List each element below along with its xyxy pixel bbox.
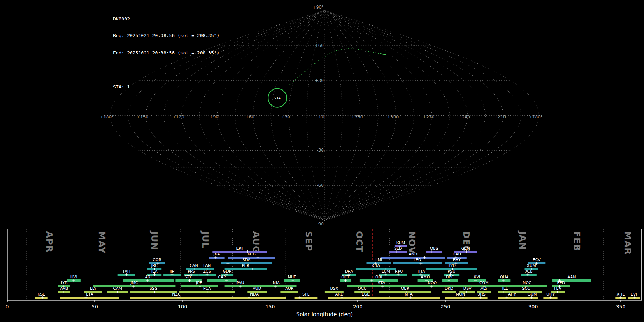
shower-label-ETA: ETA <box>86 292 93 297</box>
shower-label-EVI: EVI <box>631 292 637 297</box>
shower-label-ELY: ELY <box>90 286 97 291</box>
month-label-FEB: FEB <box>572 231 582 251</box>
shower-bar-ERI <box>212 251 267 253</box>
shower-bar-AHY <box>498 297 526 299</box>
shower-label-JMC: JMC <box>130 280 138 285</box>
shower-bar-OBS <box>426 251 442 253</box>
shower-bar-NZC <box>130 297 223 299</box>
lon-label: +270 <box>423 114 434 119</box>
shower-label-HVI: HVI <box>70 275 77 279</box>
shower-label-STA: STA <box>378 280 385 285</box>
lon-label: +120 <box>172 114 184 119</box>
shower-label-COR: COR <box>153 258 161 262</box>
shower-label-KSE: KSE <box>38 292 45 297</box>
shower-label-JPE: JPE <box>196 280 202 285</box>
shower-label-PER: PER <box>242 263 250 268</box>
lon-label: +180° <box>100 114 114 119</box>
shower-label-LYR: LYR <box>61 280 68 285</box>
lon-label: +0 <box>318 114 325 119</box>
shower-label-ALY: ALY <box>480 286 487 291</box>
shower-label-NDA: NDA <box>250 292 259 297</box>
shower-label-LEO: LEO <box>414 258 421 262</box>
shower-label-DSV: DSV <box>463 286 472 291</box>
shower-label-FED: FED <box>557 280 565 285</box>
shower-label-EGE: EGE <box>362 292 370 297</box>
shower-label-SLD: SLD <box>394 246 402 251</box>
month-label-JAN: JAN <box>517 230 528 250</box>
shower-label-ERI: ERI <box>236 246 243 251</box>
shower-label-SSG: SSG <box>150 286 158 291</box>
shower-bar-ETA <box>60 297 119 299</box>
x-tick-label: 150 <box>265 304 275 309</box>
radiant-label: STA <box>274 96 281 101</box>
lon-label: +330 <box>351 114 363 119</box>
shower-label-OCU: OCU <box>358 286 366 291</box>
shower-label-DAD: DAD <box>453 252 461 257</box>
shower-label-JEA: JEA <box>151 269 158 274</box>
lon-label: +180° <box>529 114 543 119</box>
month-label-SEP: SEP <box>303 231 314 251</box>
month-label-JUL: JUL <box>200 230 210 249</box>
shower-label-COM: COM <box>479 280 489 285</box>
shower-bar-CAP <box>207 279 237 282</box>
shower-label-OBS: OBS <box>430 246 438 251</box>
separator-line: --------------------------------------- <box>113 67 222 72</box>
lat-label: +30 <box>315 78 324 83</box>
info-panel: DK0002 Beg: 20251021 20:38:56 (sol = 208… <box>113 4 222 101</box>
shower-bar-MON <box>445 297 475 299</box>
shower-label-ARD: ARD <box>335 292 344 297</box>
shower-label-CAM: CAM <box>113 286 122 291</box>
shower-label-NCC: NCC <box>523 280 531 285</box>
shower-label-EHY: EHY <box>453 258 461 262</box>
shower-label-AUR: AUR <box>285 286 294 291</box>
shower-label-JRC: JRC <box>151 263 158 268</box>
shower-label-JXA: JXA <box>213 252 220 257</box>
shower-label-OER: OER <box>401 286 410 291</box>
shower-label-THA: THA <box>416 269 425 274</box>
shower-label-OCT: OCT <box>341 275 350 279</box>
shower-label-CAN: CAN <box>190 263 198 268</box>
shower-label-ECV: ECV <box>533 258 541 262</box>
shower-label-HYD: HYD <box>447 263 455 268</box>
shower-label-XUM: XUM <box>527 263 536 268</box>
x-tick-label: 50 <box>92 304 98 309</box>
lon-label: +210 <box>494 114 506 119</box>
x-tick-label: 0 <box>6 304 9 309</box>
shower-label-QUA: QUA <box>500 275 509 279</box>
shower-label-PCA: PCA <box>203 286 211 291</box>
shower-label-NTA: NTA <box>405 292 413 297</box>
shower-label-AND: AND <box>409 252 417 257</box>
shower-label-URS: URS <box>477 292 486 297</box>
shower-label-ZCS: ZCS <box>203 269 211 274</box>
shower-label-KCG: KCG <box>248 252 256 257</box>
trajectory-tip <box>380 54 386 55</box>
end-time-line: End: 20251021 20:38:56 (sol = 208.35°) <box>113 50 222 55</box>
shower-label-SPE: SPE <box>302 292 310 297</box>
lon-label: +300 <box>387 114 399 119</box>
shower-label-NUE: NUE <box>288 275 296 279</box>
shower-label-LMI: LMI <box>375 258 382 262</box>
shower-bar-SLD <box>389 251 407 253</box>
shower-label-AVB: AVB <box>60 286 68 291</box>
shower-label-DRA: DRA <box>345 269 353 274</box>
month-label-MAR: MAR <box>623 231 633 255</box>
timeline-chart: APRMAYJUNJULAUGSEPOCTNOVDECJANFEBMARKUME… <box>6 229 642 318</box>
shower-label-FAN: FAN <box>203 263 211 268</box>
shower-label-PPS: PPS <box>187 269 195 274</box>
shower-label-ILE: ILE <box>502 286 508 291</box>
shower-bar-LEO <box>393 262 442 264</box>
lat-label: -90 <box>317 221 324 226</box>
shower-bar-NDA <box>223 297 286 299</box>
lon-label: +30 <box>281 114 290 119</box>
shower-label-AMO: AMO <box>421 275 430 279</box>
lon-label: +240 <box>458 114 470 119</box>
lon-label: +150 <box>137 114 148 119</box>
radiant-plot-page: DK0002 Beg: 20251021 20:38:56 (sol = 208… <box>0 0 644 322</box>
lat-label: -60 <box>317 183 324 188</box>
shower-label-GUM: GUM <box>528 292 537 297</box>
x-tick-label: 300 <box>528 304 538 309</box>
shower-bar-KCG <box>228 257 275 259</box>
x-tick-label: 250 <box>441 304 450 309</box>
shower-bar-ARD <box>328 297 351 299</box>
shower-bar-SPE <box>295 297 318 299</box>
